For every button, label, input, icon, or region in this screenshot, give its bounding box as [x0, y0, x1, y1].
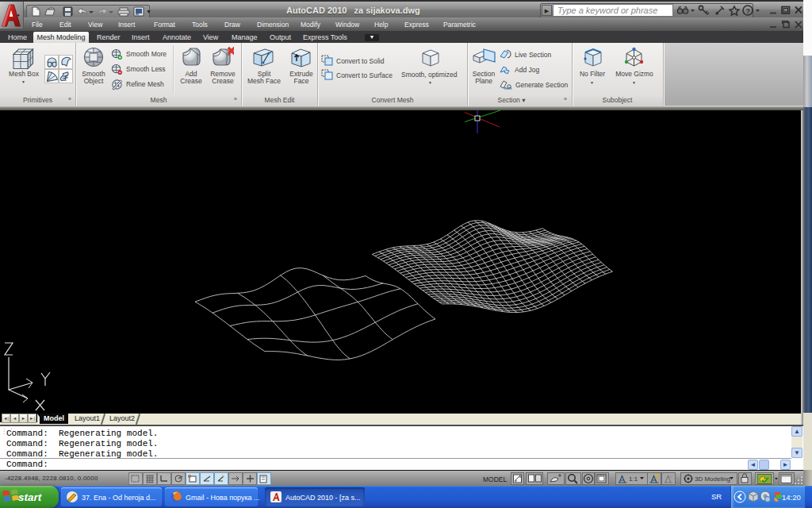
- svg-text:?: ?: [746, 7, 751, 15]
- svg-text:1:1: 1:1: [629, 475, 638, 483]
- svg-text:3D Modeling: 3D Modeling: [695, 475, 730, 483]
- svg-text:start: start: [18, 491, 42, 503]
